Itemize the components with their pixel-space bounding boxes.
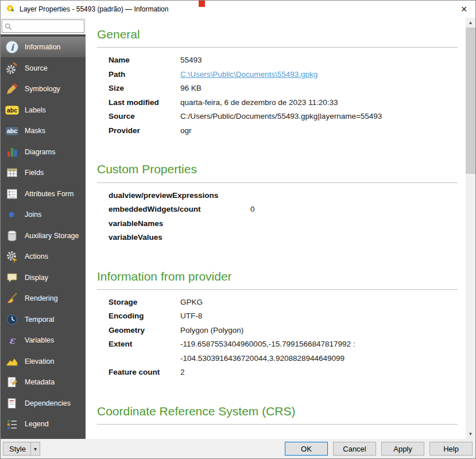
row-label: Path [109,68,180,82]
dialog-button-bar: Style ▾ OK Cancel Apply Help [1,439,475,458]
sidebar-item-rendering[interactable]: Rendering [1,288,86,309]
display-icon [5,270,20,285]
sidebar-item-labels[interactable]: abc Labels [1,100,86,121]
row-value: 0 [250,203,458,217]
scrollbar-thumb[interactable] [466,28,475,174]
sidebar-item-label: Elevation [25,357,54,365]
sidebar-item-source[interactable]: Source [1,58,86,79]
fields-icon [5,165,20,180]
ok-button[interactable]: OK [285,442,328,456]
sidebar-item-dependencies[interactable]: Dependencies [1,393,86,414]
sidebar-item-metadata[interactable]: Metadata [1,372,86,393]
section-title-crs: Coordinate Reference System (CRS) [97,404,458,419]
sidebar-item-label: Masks [25,127,45,135]
rendering-icon [5,291,20,306]
auxiliary-storage-icon [5,228,20,243]
sidebar-item-elevation[interactable]: Elevation [1,351,86,372]
sidebar-item-masks[interactable]: abc Masks [1,120,86,142]
divider [97,289,458,290]
labels-icon: abc [5,103,20,118]
scroll-down-icon[interactable]: ▼ [466,429,475,439]
sidebar-item-auxiliary-storage[interactable]: Auxiliary Storage [1,225,86,247]
sidebar-item-label: Metadata [25,378,55,386]
row-label: Source [109,110,180,124]
sidebar-item-joins[interactable]: Joins [1,204,86,225]
section-title-information-from-provider: Information from provider [97,269,458,284]
scrollbar-track[interactable] [466,28,475,429]
actions-icon [5,249,20,264]
sidebar-item-label: Diagrams [25,148,56,156]
attributes-form-icon [5,186,20,201]
sidebar-item-label: Information [25,43,61,51]
legend-icon [5,417,20,431]
extent-line-1: -119.6587553404960005,-15.79915668478179… [180,337,458,352]
sidebar-item-attributes-form[interactable]: Attributes Form [1,184,86,205]
sidebar-item-label: Symbology [25,85,60,93]
sidebar-search [1,18,86,34]
diagrams-icon [5,145,20,160]
divider [97,182,458,183]
dependencies-icon [5,396,20,411]
style-button[interactable]: Style ▾ [3,442,40,456]
sidebar-item-label: Attributes Form [25,190,73,198]
scroll-up-icon[interactable]: ▲ [466,18,475,28]
row-value: C:\Users\Public\Documents\55493.gpkg [180,68,458,82]
sidebar-item-diagrams[interactable]: Diagrams [1,142,86,163]
row-value [250,189,458,203]
masks-icon: abc [5,123,20,138]
sidebar-item-label: Rendering [25,294,58,302]
divider [97,47,458,48]
row-value-extent: -119.6587553404960005,-15.79915668478179… [180,337,458,365]
row-label: Name [109,53,180,68]
apply-button[interactable]: Apply [381,442,424,456]
sidebar-item-label: Source [25,64,48,72]
row-value: C:/Users/Public/Documents/55493.gpkg|lay… [180,110,458,124]
sidebar-item-label: Temporal [25,316,54,324]
sidebar-item-variables[interactable]: ε Variables [1,330,86,351]
variables-icon: ε [5,333,20,348]
sidebar-item-label: Display [25,274,48,282]
divider [97,424,458,425]
row-label: Geometry [109,324,180,338]
qgis-logo-icon [5,3,16,15]
sidebar-item-label: Auxiliary Storage [25,232,79,240]
search-icon [5,22,12,33]
row-value: quarta-feira, 6 de dezembro de 2023 11:2… [180,96,458,110]
row-value-feature-count: 2 [180,365,458,380]
row-label: Encoding [109,309,180,324]
row-value: GPKG [180,295,458,310]
close-icon[interactable]: ✕ [452,1,475,18]
sidebar-item-label: Legend [25,420,49,428]
help-button[interactable]: Help [429,442,473,456]
row-value: ogr [180,124,458,138]
search-input[interactable] [2,20,84,33]
path-link[interactable]: C:\Users\Public\Documents\55493.gpkg [180,70,318,79]
sidebar-item-qgis-server[interactable]: Q QGIS Server [1,435,86,439]
row-label: Size [109,81,180,96]
sidebar-item-label: Dependencies [25,399,71,407]
vertical-scrollbar[interactable]: ▲ ▼ [466,18,475,439]
sidebar-item-legend[interactable]: Legend [1,414,86,435]
sidebar-item-fields[interactable]: Fields [1,162,86,184]
cancel-button[interactable]: Cancel [333,442,376,456]
sidebar-item-display[interactable]: Display [1,267,86,289]
provider-rows: Storage GPKG Encoding UTF-8 Geometry Pol… [97,295,458,380]
joins-icon [5,207,20,222]
sidebar-item-actions[interactable]: Actions [1,246,86,267]
red-marker [199,1,205,7]
titlebar: Layer Properties - 55493 (padrão) — Info… [1,1,475,18]
sidebar-item-information[interactable]: i Information [1,37,86,58]
chevron-down-icon[interactable]: ▾ [31,446,40,452]
row-value: Polygon (Polygon) [180,324,458,338]
window-title: Layer Properties - 55493 (padrão) — Info… [20,5,168,13]
row-label: variableNames [109,217,250,231]
sidebar-item-label: Labels [25,106,46,114]
row-value: 55493 [180,53,458,68]
style-button-label: Style [3,445,30,453]
row-label-feature-count: Feature count [109,365,180,380]
source-icon [5,61,20,76]
sidebar-item-temporal[interactable]: Temporal [1,309,86,330]
row-label-extent: Extent [109,337,180,365]
sidebar-item-symbology[interactable]: Symbology [1,79,86,100]
row-label: Provider [109,124,180,138]
